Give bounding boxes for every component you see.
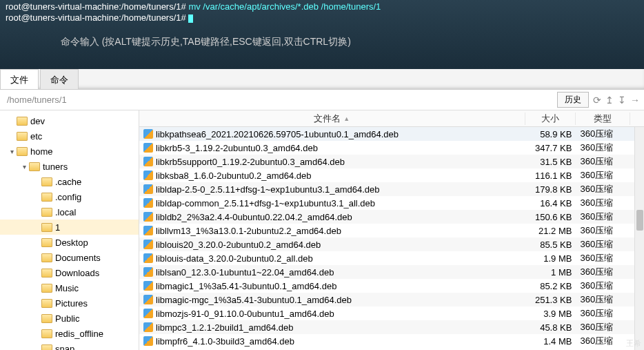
file-size: 150.6 KB — [525, 212, 576, 222]
tree-item-label: Downloads — [55, 268, 99, 278]
file-row[interactable]: liblouis-data_3.20.0-2ubuntu0.2_all.deb1… — [139, 251, 644, 265]
tree-item-label: Documents — [55, 253, 101, 263]
file-row[interactable]: libldap-common_2.5.11+dfsg-1~exp1ubuntu3… — [139, 196, 644, 210]
file-row[interactable]: libkpathsea6_2021.20210626.59705-1ubuntu… — [139, 127, 644, 141]
tree-item-label: 1 — [55, 222, 60, 233]
tree-item-label: etc — [30, 131, 42, 142]
file-row[interactable]: libkrb5-3_1.19.2-2ubuntu0.3_amd64.deb347… — [139, 141, 644, 155]
file-row[interactable]: libkrb5support0_1.19.2-2ubuntu0.3_amd64.… — [139, 155, 644, 168]
history-button[interactable]: 历史 — [557, 92, 589, 108]
file-row[interactable]: libldb2_2%3a2.4.4-0ubuntu0.22.04.2_amd64… — [139, 210, 644, 224]
folder-icon — [17, 147, 28, 156]
tabs-bar: 文件 命令 — [0, 69, 644, 90]
folder-tree[interactable]: devetc▾home▾tuners.cache.config.local1De… — [0, 110, 139, 350]
file-size: 16.4 KB — [525, 198, 576, 208]
file-name: libllvm13_1%3a13.0.1-2ubuntu2.2_amd64.de… — [156, 226, 341, 236]
tree-item-label: .local — [55, 207, 76, 217]
file-type: 360压缩 — [576, 321, 630, 333]
column-header-size[interactable]: 大小 — [525, 113, 576, 125]
file-type: 360压缩 — [576, 307, 630, 320]
tree-item-.local[interactable]: .local — [0, 204, 139, 220]
tree-item-desktop[interactable]: Desktop — [0, 235, 139, 250]
terminal-pane[interactable]: root@tuners-virtual-machine:/home/tuners… — [0, 0, 644, 69]
expand-icon[interactable]: ▾ — [19, 163, 29, 171]
file-size: 116.1 KB — [525, 171, 576, 181]
file-size: 179.8 KB — [525, 184, 576, 195]
file-row[interactable]: libksba8_1.6.0-2ubuntu0.2_amd64.deb116.1… — [139, 168, 644, 182]
archive-icon — [143, 240, 153, 249]
tree-item-snap[interactable]: snap — [0, 341, 139, 350]
scrollbar-vertical[interactable] — [634, 127, 644, 350]
archive-icon — [143, 226, 153, 235]
file-size: 85.5 KB — [525, 240, 576, 250]
folder-icon — [41, 329, 52, 338]
file-row[interactable]: libldap-2.5-0_2.5.11+dfsg-1~exp1ubuntu3.… — [139, 182, 644, 196]
file-row[interactable]: liblouis20_3.20.0-2ubuntu0.2_amd64.deb85… — [139, 237, 644, 251]
folder-icon — [41, 253, 52, 262]
column-header-name[interactable]: 文件名▲ — [139, 113, 525, 125]
file-size: 31.5 KB — [525, 157, 576, 167]
file-size: 1.4 MB — [525, 336, 576, 347]
tree-item-.cache[interactable]: .cache — [0, 174, 139, 189]
tab-file[interactable]: 文件 — [0, 69, 39, 89]
arrow-right-icon[interactable]: → — [630, 95, 640, 106]
expand-icon[interactable]: ▾ — [7, 148, 17, 155]
tree-item-home[interactable]: ▾home — [0, 144, 139, 159]
file-name: libkpathsea6_2021.20210626.59705-1ubuntu… — [156, 129, 399, 139]
path-bar: 历史 ⟳ ↥ ↧ → — [0, 90, 644, 110]
path-input[interactable] — [4, 92, 557, 108]
tree-item-label: .config — [55, 192, 81, 202]
file-row[interactable]: libmagic1_1%3a5.41-3ubuntu0.1_amd64.deb8… — [139, 279, 644, 293]
tree-item-label: dev — [30, 116, 45, 126]
file-row[interactable]: libllvm13_1%3a13.0.1-2ubuntu2.2_amd64.de… — [139, 224, 644, 237]
tree-item-tuners[interactable]: ▾tuners — [0, 159, 139, 174]
download-icon[interactable]: ↧ — [618, 95, 626, 106]
file-name: libkrb5support0_1.19.2-2ubuntu0.3_amd64.… — [156, 157, 345, 167]
file-name: libmpc3_1.2.1-2build1_amd64.deb — [156, 322, 293, 333]
tree-item-label: redis_offline — [55, 329, 103, 339]
file-type: 360压缩 — [576, 238, 630, 251]
file-name: libldb2_2%3a2.4.4-0ubuntu0.22.04.2_amd64… — [156, 212, 352, 222]
prompt-2: root@tuners-virtual-machine:/home/tuners… — [6, 12, 186, 23]
tree-item-public[interactable]: Public — [0, 311, 139, 326]
tree-item-.config[interactable]: .config — [0, 189, 139, 204]
file-size: 45.8 KB — [525, 322, 576, 333]
cursor — [188, 14, 193, 23]
file-type: 360压缩 — [576, 280, 630, 292]
file-type: 360压缩 — [576, 293, 630, 306]
tree-item-etc[interactable]: etc — [0, 128, 139, 144]
file-row[interactable]: libmpc3_1.2.1-2build1_amd64.deb45.8 KB36… — [139, 320, 644, 334]
tree-item-documents[interactable]: Documents — [0, 250, 139, 265]
file-name: libmagic-mgc_1%3a5.41-3ubuntu0.1_amd64.d… — [156, 295, 352, 305]
upload-icon[interactable]: ↥ — [605, 95, 614, 106]
tree-item-1[interactable]: 1 — [0, 220, 139, 235]
terminal-line-2: root@tuners-virtual-machine:/home/tuners… — [6, 12, 638, 23]
tree-item-music[interactable]: Music — [0, 280, 139, 295]
command-input-hint: (按ALT键提示历史,TAB键路径,ESC键返回,双击CTRL切换) — [102, 36, 351, 47]
file-row[interactable]: libmozjs-91-0_91.10.0-0ubuntu1_amd64.deb… — [139, 307, 644, 320]
file-size: 3.9 MB — [525, 309, 576, 319]
refresh-icon[interactable]: ⟳ — [593, 95, 601, 106]
column-header-type[interactable]: 类型 — [576, 113, 630, 125]
folder-icon — [41, 223, 52, 232]
file-row[interactable]: libmpfr6_4.1.0-3build3_amd64.deb1.4 MB36… — [139, 334, 644, 348]
tree-item-redis_offline[interactable]: redis_offline — [0, 326, 139, 341]
file-type: 360压缩 — [576, 142, 630, 154]
tree-item-downloads[interactable]: Downloads — [0, 265, 139, 280]
file-row[interactable]: libmagic-mgc_1%3a5.41-3ubuntu0.1_amd64.d… — [139, 293, 644, 307]
archive-icon — [143, 184, 153, 194]
file-row[interactable]: liblsan0_12.3.0-1ubuntu1~22.04_amd64.deb… — [139, 265, 644, 279]
terminal-line-1: root@tuners-virtual-machine:/home/tuners… — [6, 1, 638, 12]
tab-command[interactable]: 命令 — [40, 69, 79, 89]
file-grid-header: 文件名▲ 大小 类型 — [139, 110, 644, 127]
tree-item-label: home — [30, 146, 53, 157]
file-type: 360压缩 — [576, 224, 630, 237]
command-input-label: 命令输入 — [61, 36, 99, 47]
folder-icon — [41, 299, 52, 308]
archive-icon — [143, 267, 153, 277]
tree-item-dev[interactable]: dev — [0, 113, 139, 128]
tree-item-pictures[interactable]: Pictures — [0, 295, 139, 311]
file-name: libkrb5-3_1.19.2-2ubuntu0.3_amd64.deb — [156, 143, 318, 153]
archive-icon — [143, 281, 153, 291]
scrollbar-thumb[interactable] — [636, 210, 643, 231]
